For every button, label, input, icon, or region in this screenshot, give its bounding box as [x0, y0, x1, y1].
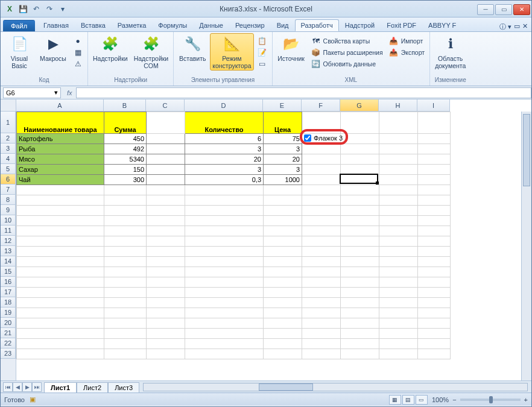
cell-H3[interactable]	[379, 144, 418, 154]
row-header-1[interactable]: 1	[1, 112, 16, 133]
row-header-17[interactable]: 17	[1, 287, 16, 297]
cell-G3[interactable]	[341, 144, 379, 154]
cell-D18[interactable]	[185, 298, 264, 308]
cell-D8[interactable]	[185, 195, 264, 206]
macros-button[interactable]: ▶Макросы	[37, 33, 69, 63]
cell-C11[interactable]	[147, 226, 185, 236]
checkbox-input[interactable]	[304, 134, 311, 142]
cell-E14[interactable]	[264, 257, 302, 267]
minimize-button[interactable]: ─	[477, 4, 494, 15]
xml-source-button[interactable]: 📂Источник	[275, 33, 308, 63]
cell-A22[interactable]	[17, 339, 104, 349]
cell-I16[interactable]	[418, 277, 451, 288]
cell-D14[interactable]	[185, 257, 264, 267]
cell-B13[interactable]	[104, 247, 147, 257]
qat-dropdown-icon[interactable]: ▾	[57, 4, 68, 14]
cell-G8[interactable]	[341, 195, 379, 206]
cell-H8[interactable]	[379, 195, 418, 206]
cell-B4[interactable]: 5340	[104, 154, 147, 165]
cell-C10[interactable]	[147, 216, 185, 226]
cell-D23[interactable]	[185, 349, 264, 359]
cell-E4[interactable]: 20	[264, 154, 302, 165]
cell-D9[interactable]	[185, 206, 264, 216]
cell-I22[interactable]	[418, 339, 451, 349]
cell-H10[interactable]	[379, 216, 418, 226]
cell-E22[interactable]	[264, 339, 302, 349]
cell-G13[interactable]	[341, 247, 379, 257]
row-header-14[interactable]: 14	[1, 256, 16, 267]
cell-E10[interactable]	[264, 216, 302, 226]
cell-E2[interactable]: 75	[264, 134, 302, 144]
help-icon[interactable]: ⓘ ▾	[499, 22, 511, 31]
cell-B21[interactable]	[104, 329, 147, 339]
tab-главная[interactable]: Главная	[37, 19, 75, 31]
scrollbar-thumb[interactable]	[259, 383, 313, 391]
cell-C9[interactable]	[147, 206, 185, 216]
tab-вставка[interactable]: Вставка	[75, 19, 112, 31]
column-header-B[interactable]: B	[104, 99, 146, 112]
cell-B8[interactable]	[104, 195, 147, 206]
cell-C18[interactable]	[147, 298, 185, 308]
cell-G6[interactable]	[341, 175, 379, 185]
cell-D5[interactable]: 3	[185, 165, 264, 175]
cell-G5[interactable]	[341, 165, 379, 175]
tab-разметка[interactable]: Разметка	[112, 19, 153, 31]
cell-I15[interactable]	[418, 267, 451, 277]
cell-H14[interactable]	[379, 257, 418, 267]
cell-A9[interactable]	[17, 206, 104, 216]
cell-A20[interactable]	[17, 318, 104, 329]
tab-вид[interactable]: Вид	[271, 19, 295, 31]
cell-G23[interactable]	[341, 349, 379, 359]
vertical-scrollbar[interactable]	[521, 112, 531, 380]
cell-G17[interactable]	[341, 288, 379, 298]
cell-E1[interactable]: Цена	[264, 112, 302, 134]
cell-I2[interactable]	[418, 134, 451, 144]
view-code-button[interactable]: 📝	[255, 47, 270, 58]
cell-I1[interactable]	[418, 112, 451, 134]
checkbox-control[interactable]: Флажок 3	[304, 134, 343, 142]
cell-E18[interactable]	[264, 298, 302, 308]
cell-I21[interactable]	[418, 329, 451, 339]
cell-G20[interactable]	[341, 318, 379, 329]
cell-F3[interactable]	[302, 144, 341, 154]
cell-A21[interactable]	[17, 329, 104, 339]
cell-H18[interactable]	[379, 298, 418, 308]
close-button[interactable]: ✕	[513, 4, 530, 15]
row-header-11[interactable]: 11	[1, 226, 16, 236]
cell-B7[interactable]	[104, 185, 147, 195]
cell-F23[interactable]	[302, 349, 341, 359]
cell-F18[interactable]	[302, 298, 341, 308]
cell-E21[interactable]	[264, 329, 302, 339]
cell-D17[interactable]	[185, 288, 264, 298]
sheet-nav-next[interactable]: ▶	[22, 382, 32, 392]
cell-H1[interactable]	[379, 112, 418, 134]
cell-G15[interactable]	[341, 267, 379, 277]
scrollbar-thumb[interactable]	[523, 114, 530, 186]
cell-F17[interactable]	[302, 288, 341, 298]
com-addins-button[interactable]: 🧩Надстройки COM	[131, 33, 171, 71]
cell-F4[interactable]	[302, 154, 341, 165]
cell-F12[interactable]	[302, 236, 341, 247]
cell-B6[interactable]: 300	[104, 175, 147, 185]
column-header-D[interactable]: D	[185, 99, 263, 112]
cell-G19[interactable]	[341, 308, 379, 318]
cell-H7[interactable]	[379, 185, 418, 195]
cell-G16[interactable]	[341, 277, 379, 288]
cell-C1[interactable]	[147, 112, 185, 134]
cell-F8[interactable]	[302, 195, 341, 206]
cell-E5[interactable]: 3	[264, 165, 302, 175]
undo-icon[interactable]: ↶	[31, 4, 42, 14]
zoom-in-button[interactable]: +	[524, 396, 528, 403]
cell-D4[interactable]: 20	[185, 154, 264, 165]
cell-I13[interactable]	[418, 247, 451, 257]
row-header-16[interactable]: 16	[1, 277, 16, 287]
cell-B15[interactable]	[104, 267, 147, 277]
cell-G4[interactable]	[341, 154, 379, 165]
insert-control-button[interactable]: 🔧Вставить	[176, 33, 209, 63]
cell-A17[interactable]	[17, 288, 104, 298]
cell-E13[interactable]	[264, 247, 302, 257]
tab-данные[interactable]: Данные	[193, 19, 229, 31]
document-area-button[interactable]: ℹОбласть документа	[432, 33, 468, 71]
ribbon-min-icon[interactable]: ▭	[514, 22, 520, 31]
cell-C12[interactable]	[147, 236, 185, 247]
